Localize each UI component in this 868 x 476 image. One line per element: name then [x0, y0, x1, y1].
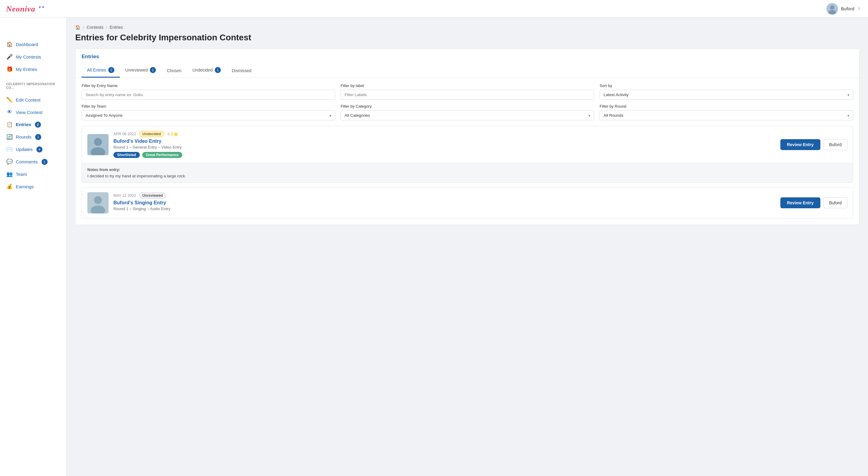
tab-chosen[interactable]: Chosen	[161, 65, 187, 77]
sidebar-item-edit-contest[interactable]: ✏️ Edit Contest	[0, 94, 66, 106]
filter-team-label: Filter by Team	[82, 104, 335, 108]
tab-dismissed[interactable]: Dismissed	[226, 65, 257, 77]
page-title: Entries for Celebrity Impersonation Cont…	[75, 33, 860, 42]
entry-1-notes-label: Notes from entry:	[87, 167, 847, 172]
entry-1-date: APR 06 2022	[114, 132, 136, 136]
svg-point-7	[94, 196, 102, 204]
edit-icon: ✏️	[6, 97, 13, 103]
tag-shortlisted: Shortlisted	[114, 152, 140, 158]
entry-1-main: APR 06 2022 Undecided 4.0⭐ Buford's Vide…	[82, 126, 853, 163]
svg-point-1	[830, 5, 834, 10]
breadcrumb-sep-1: ›	[83, 25, 84, 30]
entry-2-user-button[interactable]: Buford	[824, 197, 847, 208]
tab-undecided[interactable]: Undecided 1	[187, 64, 226, 77]
topbar-user: Buford ⇕	[827, 3, 861, 14]
entry-2-title: Buford's Singing Entry	[114, 200, 775, 205]
breadcrumb-entries: Entries	[110, 25, 123, 30]
breadcrumb-sep-2: ›	[106, 25, 107, 30]
tab-undecided-badge: 1	[215, 67, 221, 73]
gift-icon: 🎁	[6, 66, 13, 72]
category-select-wrapper: All Categories	[341, 110, 594, 120]
round-select-wrapper: All Rounds Round 1	[599, 110, 853, 120]
tab-unreviewed-badge: 1	[150, 67, 156, 73]
breadcrumb: 🏠 › Contests › Entries	[75, 25, 860, 30]
sidebar-item-comments[interactable]: 💬 Comments 1	[0, 156, 66, 168]
svg-point-4	[94, 138, 102, 146]
logo[interactable]: Neoniva ✦✦	[6, 4, 44, 13]
entries-tabs: All Entries 2 Unreviewed 1 Chosen Undeci…	[82, 64, 853, 77]
entries-list: APR 06 2022 Undecided 4.0⭐ Buford's Vide…	[75, 126, 859, 225]
sidebar-section-label: CELEBRITY IMPERSONATION CO...	[0, 78, 66, 91]
entry-1-user-button[interactable]: Buford	[824, 139, 847, 150]
team-select[interactable]: Assigned To Anyone Assigned To Me Unassi…	[82, 110, 335, 120]
filter-team-group: Filter by Team Assigned To Anyone Assign…	[82, 104, 335, 120]
entry-1-round: Round 1 – General Entry – Video Entry	[114, 145, 775, 150]
sidebar-item-entries[interactable]: 📋 Entries 2	[0, 118, 66, 131]
sidebar-item-earnings[interactable]: 💰 Earnings	[0, 181, 66, 193]
tab-unreviewed[interactable]: Unreviewed 1	[120, 64, 161, 77]
main-content: 🏠 › Contests › Entries Entries for Celeb…	[67, 18, 868, 476]
entry-2-status-badge: Unreviewed	[139, 193, 166, 199]
team-select-wrapper: Assigned To Anyone Assigned To Me Unassi…	[82, 110, 335, 120]
tag-great-performance: Great Performance	[142, 152, 182, 158]
sort-select[interactable]: Latest Activity Oldest Activity Entry Na…	[599, 90, 853, 100]
microphone-icon: 🎤	[6, 54, 13, 60]
entry-2-date: MAY 12 2022	[114, 193, 136, 198]
review-entry-1-button[interactable]: Review Entry	[780, 139, 820, 150]
entry-1-actions: Review Entry Buford	[780, 139, 847, 150]
entries-card: Entries All Entries 2 Unreviewed 1 Chose…	[75, 49, 860, 225]
sidebar-item-view-contest[interactable]: 👁 View Contest	[0, 106, 66, 118]
logo-stars: ✦✦	[38, 5, 44, 9]
card-header: Entries All Entries 2 Unreviewed 1 Chose…	[75, 49, 859, 78]
entries-icon: 📋	[6, 121, 13, 128]
filter-label-group: Filter by label	[341, 84, 594, 100]
entry-1-thumbnail	[87, 134, 108, 155]
filter-entry-name-group: Filter by Entry Name	[82, 84, 335, 100]
home-icon: 🏠	[6, 41, 13, 47]
sidebar-item-updates[interactable]: ✉️ Updates 4	[0, 143, 66, 156]
entry-1-status-badge: Undecided	[139, 131, 164, 137]
entry-1-meta: APR 06 2022 Undecided 4.0⭐	[114, 131, 775, 137]
avatar	[827, 3, 838, 14]
topbar: Neoniva ✦✦ Buford ⇕	[0, 0, 868, 18]
rounds-icon: 🔄	[6, 134, 13, 140]
table-row: APR 06 2022 Undecided 4.0⭐ Buford's Vide…	[82, 126, 853, 183]
sidebar: 🏠 Dashboard 🎤 My Contests 🎁 My Entries C…	[0, 18, 67, 476]
entry-2-info: MAY 12 2022 Unreviewed Buford's Singing …	[114, 193, 775, 214]
comments-badge: 1	[41, 159, 48, 165]
sidebar-item-dashboard[interactable]: 🏠 Dashboard	[0, 38, 66, 51]
updates-badge: 4	[36, 147, 42, 153]
home-breadcrumb-icon[interactable]: 🏠	[75, 25, 81, 30]
filter-category-label: Filter by Category	[341, 104, 594, 108]
filter-label-input[interactable]	[341, 90, 594, 100]
topbar-logo-area: Neoniva ✦✦	[0, 4, 67, 13]
sidebar-item-my-contests[interactable]: 🎤 My Contests	[0, 51, 66, 63]
comments-icon: 💬	[6, 159, 13, 165]
earnings-icon: 💰	[6, 183, 13, 190]
entry-1-title: Buford's Video Entry	[114, 138, 775, 144]
category-select[interactable]: All Categories	[341, 110, 594, 120]
filters-section: Filter by Entry Name Filter by label Sor…	[75, 78, 859, 126]
sidebar-main-nav: 🏠 Dashboard 🎤 My Contests 🎁 My Entries	[0, 35, 66, 78]
review-entry-2-button[interactable]: Review Entry	[780, 197, 820, 208]
table-row: MAY 12 2022 Unreviewed Buford's Singing …	[82, 187, 853, 219]
filter-entry-name-input[interactable]	[82, 90, 335, 100]
round-select[interactable]: All Rounds Round 1	[599, 110, 853, 120]
entry-2-main: MAY 12 2022 Unreviewed Buford's Singing …	[82, 187, 853, 218]
sidebar-item-team[interactable]: 👥 Team	[0, 168, 66, 181]
filter-label-label: Filter by label	[341, 84, 594, 88]
entry-1-info: APR 06 2022 Undecided 4.0⭐ Buford's Vide…	[114, 131, 775, 158]
filter-sort-label: Sort by	[599, 84, 853, 88]
entry-2-round: Round 1 – Singing – Audio Entry	[114, 207, 775, 211]
sidebar-item-my-entries[interactable]: 🎁 My Entries	[0, 63, 66, 75]
main-wrapper: 🏠 › Contests › Entries Entries for Celeb…	[67, 18, 868, 476]
tab-all-entries-badge: 2	[108, 67, 114, 73]
breadcrumb-contests[interactable]: Contests	[87, 25, 103, 30]
tab-all-entries[interactable]: All Entries 2	[82, 64, 120, 77]
entry-2-meta: MAY 12 2022 Unreviewed	[114, 193, 775, 199]
entry-1-rating: 4.0⭐	[167, 132, 178, 136]
filter-sort-group: Sort by Latest Activity Oldest Activity …	[599, 84, 853, 100]
user-menu-chevron-icon[interactable]: ⇕	[857, 6, 861, 11]
sidebar-item-rounds[interactable]: 🔄 Rounds 1	[0, 131, 66, 143]
sidebar-contest-nav: ✏️ Edit Contest 👁 View Contest 📋 Entries…	[0, 91, 66, 196]
